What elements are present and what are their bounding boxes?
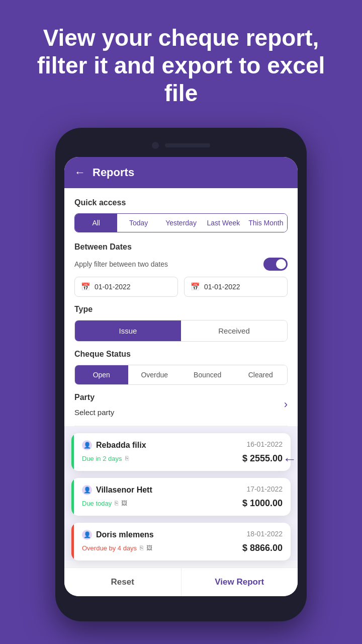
date-from-value: 01-01-2022	[95, 283, 131, 291]
card-amount-3: $ 8866.00	[242, 543, 283, 553]
quick-access-label: Quick access	[74, 198, 288, 207]
card-status-1: Due in 2 days ⎘	[82, 455, 129, 462]
image-icon-3[interactable]: 🖼	[146, 544, 152, 551]
type-tab-received[interactable]: Received	[181, 320, 287, 341]
card-amount-1: $ 2555.00	[242, 453, 283, 464]
cheque-status-section: Cheque Status Open Overdue Bounced Clear…	[74, 350, 288, 385]
phone-mockup: ← Reports Quick access All Today Yesterd…	[0, 128, 362, 621]
card-bottom-3: Overdue by 4 days ⎘ 🖼 $ 8866.00	[82, 543, 283, 553]
person-icon-1: 👤	[82, 440, 92, 450]
status-text-1: Due in 2 days	[82, 455, 122, 462]
card-body-1: 👤 Rebadda filix 16-01-2022 Due in 2 days…	[74, 433, 291, 471]
type-tab-issue[interactable]: Issue	[75, 320, 181, 341]
hero-title: View your cheque report, filter it and e…	[30, 24, 332, 108]
name-text-3: Doris mlemens	[96, 530, 154, 539]
status-tab-open[interactable]: Open	[75, 365, 128, 384]
status-tabs: Open Overdue Bounced Cleared	[74, 365, 288, 385]
card-top-2: 👤 Villasenor Hett 17-01-2022	[82, 485, 283, 495]
cheque-card-2: 👤 Villasenor Hett 17-01-2022 Due today ⎘…	[71, 478, 291, 516]
tab-last-week[interactable]: Last Week	[202, 214, 244, 232]
status-tab-overdue[interactable]: Overdue	[128, 365, 182, 384]
tab-today[interactable]: Today	[117, 214, 159, 232]
person-icon-3: 👤	[82, 530, 92, 540]
status-text-3: Overdue by 4 days	[82, 544, 137, 552]
tab-all[interactable]: All	[75, 214, 117, 232]
card-status-3: Overdue by 4 days ⎘ 🖼	[82, 544, 152, 552]
card-date-1: 16-01-2022	[246, 440, 283, 448]
card-top-3: 👤 Doris mlemens 18-01-2022	[82, 530, 283, 540]
phone-notch	[64, 142, 298, 149]
cheque-status-label: Cheque Status	[74, 350, 288, 359]
quick-access-section: Quick access All Today Yesterday Last We…	[74, 198, 288, 232]
between-dates-label: Between Dates	[74, 243, 288, 252]
phone-speaker	[165, 143, 210, 147]
card-bottom-2: Due today ⎘ 🖼 $ 1000.00	[82, 498, 283, 509]
back-button[interactable]: ←	[74, 166, 85, 179]
status-text-2: Due today	[82, 500, 112, 507]
party-label: Party	[74, 393, 114, 402]
reset-button[interactable]: Reset	[64, 568, 182, 596]
party-label-wrap: Party Select party	[74, 393, 114, 417]
phone-body: ← Reports Quick access All Today Yesterd…	[55, 128, 307, 621]
date-inputs: 📅 01-01-2022 📅 01-01-2022	[74, 277, 288, 297]
copy-icon-3[interactable]: ⎘	[140, 544, 143, 551]
card-status-2: Due today ⎘ 🖼	[82, 500, 127, 507]
copy-icon-2[interactable]: ⎘	[115, 500, 118, 507]
date-filter-toggle[interactable]	[263, 258, 288, 271]
card-name-1: 👤 Rebadda filix	[82, 440, 146, 450]
party-section: Party Select party ›	[74, 393, 288, 426]
bottom-bar: Reset View Report	[64, 568, 298, 596]
dashed-line: ↓	[297, 446, 298, 541]
card-body-3: 👤 Doris mlemens 18-01-2022 Overdue by 4 …	[74, 523, 291, 560]
quick-access-tabs: All Today Yesterday Last Week This Month	[74, 213, 288, 232]
screen-content: Quick access All Today Yesterday Last We…	[64, 188, 298, 426]
chevron-right-icon: ›	[284, 398, 288, 411]
date-to-input[interactable]: 📅 01-01-2022	[184, 277, 288, 297]
calendar-icon-from: 📅	[81, 282, 90, 291]
date-from-input[interactable]: 📅 01-01-2022	[74, 277, 178, 297]
card-top-1: 👤 Rebadda filix 16-01-2022	[82, 440, 283, 450]
name-text-2: Villasenor Hett	[96, 486, 152, 495]
page-title: Reports	[93, 166, 134, 179]
filter-text: Apply filter between two dates	[74, 260, 168, 268]
phone-camera	[152, 142, 159, 149]
card-bottom-1: Due in 2 days ⎘ $ 2555.00	[82, 453, 283, 464]
type-tabs: Issue Received	[74, 320, 288, 342]
filter-row: Apply filter between two dates	[74, 258, 288, 271]
card-name-3: 👤 Doris mlemens	[82, 530, 154, 540]
party-select[interactable]: Select party	[74, 408, 114, 417]
image-icon-2[interactable]: 🖼	[121, 500, 127, 507]
cards-section: 👤 Rebadda filix 16-01-2022 Due in 2 days…	[64, 426, 298, 560]
card-body-2: 👤 Villasenor Hett 17-01-2022 Due today ⎘…	[74, 478, 291, 516]
status-tab-bounced[interactable]: Bounced	[181, 365, 234, 384]
tab-yesterday[interactable]: Yesterday	[160, 214, 202, 232]
between-dates-section: Between Dates Apply filter between two d…	[74, 243, 288, 297]
view-report-button[interactable]: View Report	[182, 568, 298, 596]
type-label: Type	[74, 305, 288, 314]
arrow-down-icon: ↓	[297, 527, 298, 541]
copy-icon-1[interactable]: ⎘	[125, 455, 129, 462]
cheque-card-3: 👤 Doris mlemens 18-01-2022 Overdue by 4 …	[71, 523, 291, 560]
arrow-left-icon: ←	[283, 451, 297, 467]
card-date-2: 17-01-2022	[246, 485, 283, 493]
calendar-icon-to: 📅	[191, 282, 200, 291]
card-name-2: 👤 Villasenor Hett	[82, 485, 152, 495]
card-amount-2: $ 1000.00	[242, 498, 283, 509]
name-text-1: Rebadda filix	[96, 441, 146, 450]
cheque-card-1: 👤 Rebadda filix 16-01-2022 Due in 2 days…	[71, 433, 291, 471]
person-icon-2: 👤	[82, 485, 92, 495]
screen-header: ← Reports	[64, 157, 298, 188]
screen: ← Reports Quick access All Today Yesterd…	[64, 157, 298, 596]
type-section: Type Issue Received	[74, 305, 288, 342]
status-tab-cleared[interactable]: Cleared	[234, 365, 288, 384]
hero-section: View your cheque report, filter it and e…	[0, 0, 362, 128]
tab-this-month[interactable]: This Month	[245, 214, 287, 232]
card-date-3: 18-01-2022	[246, 530, 283, 538]
date-to-value: 01-01-2022	[204, 283, 240, 291]
arrow-indicator: ← ↓	[283, 446, 298, 541]
